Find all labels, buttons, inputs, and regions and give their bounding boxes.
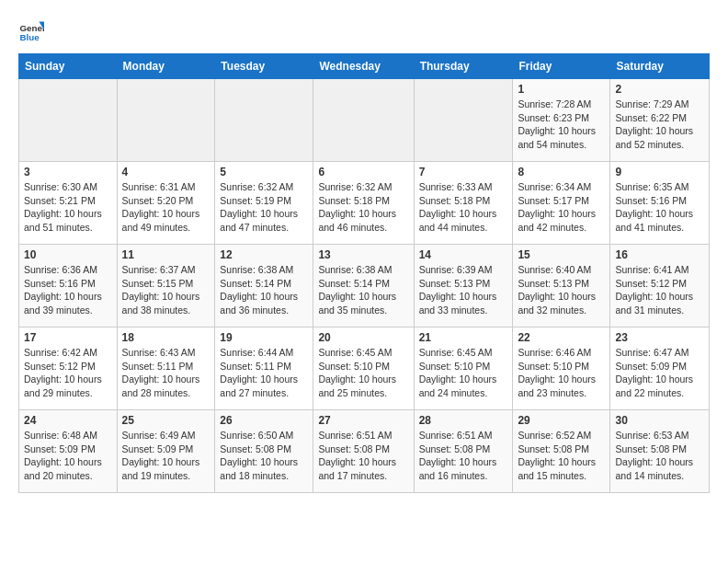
calendar-week-row: 17Sunrise: 6:42 AM Sunset: 5:12 PM Dayli… (19, 327, 710, 410)
day-number: 13 (318, 248, 408, 261)
calendar-day-cell: 5Sunrise: 6:32 AM Sunset: 5:19 PM Daylig… (215, 162, 313, 245)
calendar-day-cell: 30Sunrise: 6:53 AM Sunset: 5:08 PM Dayli… (610, 410, 710, 493)
day-number: 26 (220, 414, 308, 427)
calendar-day-cell: 11Sunrise: 6:37 AM Sunset: 5:15 PM Dayli… (117, 245, 215, 327)
day-number: 4 (122, 166, 210, 178)
day-info: Sunrise: 6:46 AM Sunset: 5:10 PM Dayligh… (518, 346, 605, 400)
weekday-header: Friday (513, 54, 610, 79)
day-number: 3 (24, 166, 112, 178)
day-info: Sunrise: 6:38 AM Sunset: 5:14 PM Dayligh… (220, 263, 308, 317)
weekday-header: Monday (117, 54, 215, 79)
day-number: 2 (615, 83, 704, 96)
day-number: 17 (24, 331, 112, 344)
header: General Blue (18, 18, 710, 44)
weekday-header: Thursday (414, 54, 513, 79)
calendar-day-cell: 4Sunrise: 6:31 AM Sunset: 5:20 PM Daylig… (117, 162, 215, 245)
day-number: 15 (518, 248, 605, 261)
day-info: Sunrise: 6:40 AM Sunset: 5:13 PM Dayligh… (518, 263, 605, 317)
calendar-day-cell: 13Sunrise: 6:38 AM Sunset: 5:14 PM Dayli… (313, 245, 414, 327)
calendar-day-cell: 3Sunrise: 6:30 AM Sunset: 5:21 PM Daylig… (19, 162, 118, 245)
day-number: 23 (615, 331, 704, 344)
calendar-day-cell: 6Sunrise: 6:32 AM Sunset: 5:18 PM Daylig… (313, 162, 414, 245)
calendar-week-row: 24Sunrise: 6:48 AM Sunset: 5:09 PM Dayli… (19, 410, 710, 493)
calendar-body: 1Sunrise: 7:28 AM Sunset: 6:23 PM Daylig… (19, 79, 710, 493)
calendar-day-cell (313, 79, 414, 162)
calendar-day-cell: 10Sunrise: 6:36 AM Sunset: 5:16 PM Dayli… (19, 245, 118, 327)
calendar-day-cell: 22Sunrise: 6:46 AM Sunset: 5:10 PM Dayli… (513, 327, 610, 410)
day-number: 22 (518, 331, 605, 344)
day-info: Sunrise: 6:35 AM Sunset: 5:16 PM Dayligh… (615, 180, 704, 235)
day-number: 29 (518, 414, 605, 427)
day-info: Sunrise: 7:28 AM Sunset: 6:23 PM Dayligh… (518, 98, 605, 152)
day-info: Sunrise: 6:48 AM Sunset: 5:09 PM Dayligh… (24, 429, 112, 483)
calendar-day-cell (215, 79, 313, 162)
calendar-day-cell: 18Sunrise: 6:43 AM Sunset: 5:11 PM Dayli… (117, 327, 215, 410)
calendar-day-cell: 25Sunrise: 6:49 AM Sunset: 5:09 PM Dayli… (117, 410, 215, 493)
day-info: Sunrise: 6:45 AM Sunset: 5:10 PM Dayligh… (419, 346, 508, 400)
logo: General Blue (18, 18, 48, 44)
day-number: 24 (24, 414, 112, 427)
calendar-day-cell: 21Sunrise: 6:45 AM Sunset: 5:10 PM Dayli… (414, 327, 513, 410)
day-number: 10 (24, 248, 112, 261)
day-info: Sunrise: 6:50 AM Sunset: 5:08 PM Dayligh… (220, 429, 308, 483)
day-info: Sunrise: 6:44 AM Sunset: 5:11 PM Dayligh… (220, 346, 308, 400)
weekday-header: Wednesday (313, 54, 414, 79)
calendar-day-cell: 2Sunrise: 7:29 AM Sunset: 6:22 PM Daylig… (610, 79, 710, 162)
calendar-day-cell: 24Sunrise: 6:48 AM Sunset: 5:09 PM Dayli… (19, 410, 118, 493)
weekday-header-row: SundayMondayTuesdayWednesdayThursdayFrid… (19, 54, 710, 79)
day-info: Sunrise: 6:37 AM Sunset: 5:15 PM Dayligh… (122, 263, 210, 317)
day-number: 18 (122, 331, 210, 344)
day-number: 14 (419, 248, 508, 261)
calendar-day-cell: 7Sunrise: 6:33 AM Sunset: 5:18 PM Daylig… (414, 162, 513, 245)
day-info: Sunrise: 6:30 AM Sunset: 5:21 PM Dayligh… (24, 180, 112, 235)
calendar-day-cell: 14Sunrise: 6:39 AM Sunset: 5:13 PM Dayli… (414, 245, 513, 327)
day-number: 5 (220, 166, 308, 178)
calendar-day-cell: 28Sunrise: 6:51 AM Sunset: 5:08 PM Dayli… (414, 410, 513, 493)
day-number: 11 (122, 248, 210, 261)
calendar-day-cell: 26Sunrise: 6:50 AM Sunset: 5:08 PM Dayli… (215, 410, 313, 493)
day-number: 19 (220, 331, 308, 344)
svg-text:Blue: Blue (19, 32, 40, 42)
calendar-day-cell (117, 79, 215, 162)
calendar-week-row: 10Sunrise: 6:36 AM Sunset: 5:16 PM Dayli… (19, 245, 710, 327)
day-info: Sunrise: 6:38 AM Sunset: 5:14 PM Dayligh… (318, 263, 408, 317)
calendar-day-cell: 17Sunrise: 6:42 AM Sunset: 5:12 PM Dayli… (19, 327, 118, 410)
day-number: 25 (122, 414, 210, 427)
day-number: 30 (615, 414, 704, 427)
weekday-header: Sunday (19, 54, 118, 79)
weekday-header: Saturday (610, 54, 710, 79)
calendar-day-cell: 29Sunrise: 6:52 AM Sunset: 5:08 PM Dayli… (513, 410, 610, 493)
calendar-day-cell: 20Sunrise: 6:45 AM Sunset: 5:10 PM Dayli… (313, 327, 414, 410)
day-info: Sunrise: 6:32 AM Sunset: 5:18 PM Dayligh… (318, 180, 408, 235)
day-info: Sunrise: 6:32 AM Sunset: 5:19 PM Dayligh… (220, 180, 308, 235)
weekday-header: Tuesday (215, 54, 313, 79)
day-number: 7 (419, 166, 508, 178)
day-number: 16 (615, 248, 704, 261)
day-info: Sunrise: 6:45 AM Sunset: 5:10 PM Dayligh… (318, 346, 408, 400)
calendar-day-cell: 9Sunrise: 6:35 AM Sunset: 5:16 PM Daylig… (610, 162, 710, 245)
calendar-day-cell: 15Sunrise: 6:40 AM Sunset: 5:13 PM Dayli… (513, 245, 610, 327)
day-number: 28 (419, 414, 508, 427)
day-info: Sunrise: 6:49 AM Sunset: 5:09 PM Dayligh… (122, 429, 210, 483)
day-number: 9 (615, 166, 704, 178)
day-info: Sunrise: 6:39 AM Sunset: 5:13 PM Dayligh… (419, 263, 508, 317)
day-number: 12 (220, 248, 308, 261)
calendar-day-cell: 19Sunrise: 6:44 AM Sunset: 5:11 PM Dayli… (215, 327, 313, 410)
day-info: Sunrise: 6:52 AM Sunset: 5:08 PM Dayligh… (518, 429, 605, 483)
logo-icon: General Blue (18, 18, 44, 44)
calendar-day-cell: 12Sunrise: 6:38 AM Sunset: 5:14 PM Dayli… (215, 245, 313, 327)
day-info: Sunrise: 6:53 AM Sunset: 5:08 PM Dayligh… (615, 429, 704, 483)
calendar-day-cell: 8Sunrise: 6:34 AM Sunset: 5:17 PM Daylig… (513, 162, 610, 245)
day-info: Sunrise: 6:34 AM Sunset: 5:17 PM Dayligh… (518, 180, 605, 235)
day-info: Sunrise: 6:36 AM Sunset: 5:16 PM Dayligh… (24, 263, 112, 317)
calendar-day-cell: 27Sunrise: 6:51 AM Sunset: 5:08 PM Dayli… (313, 410, 414, 493)
calendar-header: SundayMondayTuesdayWednesdayThursdayFrid… (19, 54, 710, 79)
day-info: Sunrise: 6:51 AM Sunset: 5:08 PM Dayligh… (419, 429, 508, 483)
day-info: Sunrise: 6:33 AM Sunset: 5:18 PM Dayligh… (419, 180, 508, 235)
calendar-day-cell (414, 79, 513, 162)
day-number: 1 (518, 83, 605, 96)
day-number: 21 (419, 331, 508, 344)
calendar-day-cell: 16Sunrise: 6:41 AM Sunset: 5:12 PM Dayli… (610, 245, 710, 327)
day-info: Sunrise: 7:29 AM Sunset: 6:22 PM Dayligh… (615, 98, 704, 152)
day-info: Sunrise: 6:51 AM Sunset: 5:08 PM Dayligh… (318, 429, 408, 483)
